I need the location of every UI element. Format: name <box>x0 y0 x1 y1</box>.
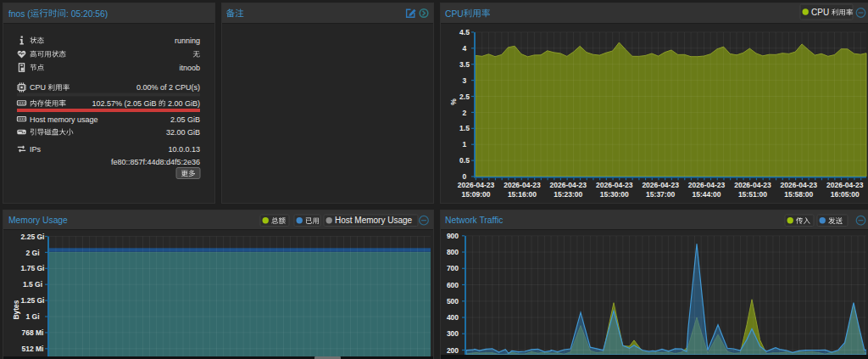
svg-text:15:16:00: 15:16:00 <box>508 190 537 199</box>
svg-text:0.5: 0.5 <box>459 156 470 165</box>
svg-text:2026-04-23: 2026-04-23 <box>734 181 771 189</box>
svg-text:15:23:00: 15:23:00 <box>554 190 582 199</box>
svg-text:fnos (: fnos ( <box>8 9 31 19</box>
svg-text:2026-04-23: 2026-04-23 <box>550 181 587 189</box>
svg-text:4.5: 4.5 <box>459 28 470 36</box>
svg-text:2.00 GiB): 2.00 GiB) <box>166 99 201 108</box>
svg-text:Memory Usage: Memory Usage <box>8 216 68 225</box>
svg-text:Host memory usage: Host memory usage <box>30 115 98 124</box>
svg-text:2026-04-23: 2026-04-23 <box>596 181 633 189</box>
svg-text:0: 0 <box>463 172 467 181</box>
svg-text:2.5: 2.5 <box>459 93 470 101</box>
svg-text:Bytes: Bytes <box>12 300 20 319</box>
svg-text:CPU: CPU <box>445 9 464 19</box>
svg-text:700: 700 <box>447 264 459 272</box>
svg-text:768 Mi: 768 Mi <box>22 328 44 337</box>
svg-text:2026-04-23: 2026-04-23 <box>504 181 541 189</box>
svg-text:CPU: CPU <box>30 83 48 92</box>
svg-text:2026-04-23: 2026-04-23 <box>688 181 726 189</box>
svg-text:15:30:00: 15:30:00 <box>600 190 629 199</box>
svg-text:1 Gi: 1 Gi <box>26 312 40 321</box>
svg-text:IPs: IPs <box>30 145 42 154</box>
svg-text:15:09:00: 15:09:00 <box>462 190 491 199</box>
svg-text:16:05:00: 16:05:00 <box>831 190 860 199</box>
svg-text:2026-04-23: 2026-04-23 <box>781 181 818 189</box>
svg-text:2: 2 <box>463 109 467 117</box>
svg-text:800: 800 <box>447 248 459 256</box>
svg-text:200: 200 <box>447 346 459 355</box>
svg-text:0.00% of 2 CPU(s): 0.00% of 2 CPU(s) <box>136 83 200 92</box>
svg-text:1.75 Gi: 1.75 Gi <box>21 264 45 272</box>
svg-text:4: 4 <box>463 44 467 53</box>
svg-text:CPU: CPU <box>811 8 832 17</box>
svg-text:2.25 Gi: 2.25 Gi <box>21 233 45 241</box>
svg-text:Host Memory Usage: Host Memory Usage <box>335 216 413 225</box>
svg-text:102.57% (2.05 GiB: 102.57% (2.05 GiB <box>92 99 159 108</box>
svg-text:1.25 Gi: 1.25 Gi <box>21 296 45 305</box>
svg-text:%: % <box>449 98 458 105</box>
svg-text:1: 1 <box>463 140 467 149</box>
svg-text:15:37:00: 15:37:00 <box>646 190 675 199</box>
svg-text:2026-04-23: 2026-04-23 <box>826 181 864 189</box>
svg-text:15:51:00: 15:51:00 <box>738 190 767 199</box>
svg-text:2026-04-23: 2026-04-23 <box>458 181 495 189</box>
svg-text:15:58:00: 15:58:00 <box>784 190 813 199</box>
svg-text:3.5: 3.5 <box>459 60 470 69</box>
svg-text:300: 300 <box>447 329 459 338</box>
svg-text:15:44:00: 15:44:00 <box>693 190 721 199</box>
svg-text:Network Traffic: Network Traffic <box>445 216 503 225</box>
svg-text:10.0.0.13: 10.0.0.13 <box>169 145 201 154</box>
svg-text:: 05:20:56): : 05:20:56) <box>66 9 108 19</box>
svg-text:3: 3 <box>463 76 467 85</box>
svg-text:2026-04-23: 2026-04-23 <box>642 181 679 189</box>
svg-text:600: 600 <box>447 281 459 289</box>
svg-text:2 Gi: 2 Gi <box>26 249 40 257</box>
svg-text:itnoob: itnoob <box>180 64 201 72</box>
svg-text:1.5 Gi: 1.5 Gi <box>23 280 42 289</box>
svg-text:900: 900 <box>447 232 459 240</box>
svg-text:fe80::857f:44d8:d4f5:2e36: fe80::857f:44d8:d4f5:2e36 <box>111 158 200 166</box>
svg-text:32.00 GiB: 32.00 GiB <box>166 128 200 137</box>
svg-text:400: 400 <box>447 313 459 322</box>
svg-text:2.05 GiB: 2.05 GiB <box>170 115 200 124</box>
svg-text:512 Mi: 512 Mi <box>22 345 44 353</box>
svg-text:running: running <box>175 36 200 45</box>
svg-text:1.5: 1.5 <box>459 124 470 132</box>
svg-text:500: 500 <box>447 297 459 306</box>
